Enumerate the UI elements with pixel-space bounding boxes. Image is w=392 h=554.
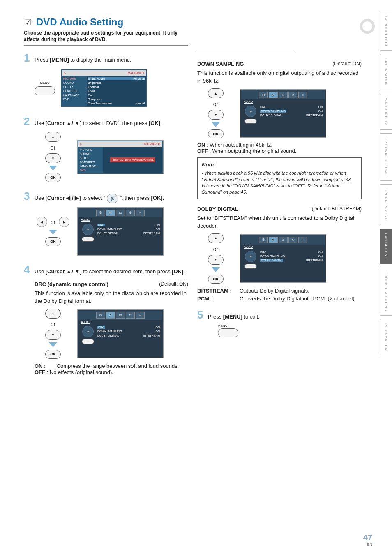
step-5-pre: Press bbox=[208, 314, 223, 320]
tv-screen-dvd-menu: ▷MAGNAVOX PICTURE SOUND SETUP FEATURES L… bbox=[77, 140, 164, 174]
remote-down-button-4: ▼ bbox=[208, 255, 224, 265]
dolby-label-4: DOLBY DIGITAL bbox=[260, 259, 283, 262]
tv1-nav-4: LANGUAGE bbox=[63, 94, 85, 97]
down-off-text: : When outputting the original sound. bbox=[210, 148, 297, 154]
page-number: 47 bbox=[363, 533, 372, 542]
or-label-4: or bbox=[213, 101, 218, 107]
note-title: Note: bbox=[202, 161, 357, 169]
step-3: 3 Use [Cursor ◀ / ▶] to select “ 🔊 ”, th… bbox=[24, 189, 188, 255]
drc-value-2: ON bbox=[156, 326, 160, 329]
step-3-mid: to select “ bbox=[81, 195, 107, 201]
t2-3-icon: 🗂 bbox=[116, 312, 125, 319]
step-4-post: . bbox=[183, 268, 185, 275]
down-value-4: ON bbox=[318, 255, 323, 258]
step-3-post2: . bbox=[163, 195, 164, 201]
tv-screen-picture-menu: ▷MAGNAVOX PICTURE SOUND SETUP FEATURES L… bbox=[61, 69, 147, 107]
drc-value-3: ON bbox=[318, 106, 323, 108]
page-suffix: EN bbox=[363, 542, 372, 547]
audio-title-3: AUDIO bbox=[241, 99, 325, 104]
down-label-4: DOWN SAMPLING bbox=[260, 255, 285, 258]
tv1-row5-k: Sharpness bbox=[88, 98, 101, 101]
tv1-nav-3: FEATURES bbox=[63, 90, 85, 92]
tv-screen-audio-drc-2: ⦿ 🔊 🗂 ⚙ ≡ AUDIO ✥ ENTER/OK bbox=[77, 309, 164, 358]
drc-desc: This function is available only on the d… bbox=[35, 290, 188, 305]
t3-5-icon: ≡ bbox=[298, 92, 307, 98]
enter-ok-label-2: ENTER/OK bbox=[82, 339, 94, 344]
step-1-text-post: to display the main menu. bbox=[69, 57, 131, 63]
remote-ok-button-1: OK bbox=[45, 173, 61, 182]
step-5-post: to exit. bbox=[242, 314, 260, 320]
tab-4-icon: ⚙ bbox=[126, 210, 135, 216]
drc-label-3: DRC bbox=[260, 106, 266, 108]
flow-arrow-down-icon bbox=[49, 166, 57, 171]
drc-on-label: ON : bbox=[35, 363, 55, 369]
step-4-mid: to select the desired item, then press bbox=[82, 268, 172, 275]
tv1-nav-5: DVD bbox=[63, 98, 85, 101]
tab-3-icon: 🗂 bbox=[116, 210, 125, 216]
page-subtitle: Choose the appropriate audio settings fo… bbox=[24, 30, 188, 46]
step-3-bold: [Cursor ◀ / ▶] bbox=[46, 195, 81, 201]
flow-arrow-down-icon-4 bbox=[212, 122, 220, 127]
nav-pad-icon-3: ✥ bbox=[245, 106, 256, 117]
step-1: 1 Press [MENU] to display the main menu.… bbox=[24, 51, 188, 107]
or-label-1: or bbox=[51, 144, 55, 151]
drc-value-1: ON bbox=[156, 224, 160, 226]
remote-ok-button-4: OK bbox=[208, 129, 224, 138]
enter-ok-label-1: ENTER/OK bbox=[82, 237, 94, 242]
step-3-number: 3 bbox=[24, 189, 31, 203]
flow-arrow-down-icon-5 bbox=[212, 267, 220, 272]
remote-down-button-3: ▼ bbox=[208, 110, 224, 120]
up-icon-3: ▲ bbox=[214, 92, 217, 95]
drc-off-label: OFF bbox=[35, 369, 45, 375]
remote-right-button: ▶ bbox=[59, 217, 69, 227]
down-icon-4: ▼ bbox=[214, 258, 217, 261]
t2-4-icon: ⚙ bbox=[126, 312, 135, 319]
tv-brand-2: MAGNAVOX bbox=[144, 143, 161, 145]
drc-value-4: ON bbox=[318, 251, 323, 254]
dolby-desc: Set to “BITSTREAM“ when this unit is con… bbox=[197, 215, 362, 230]
tv1-nav-1: SOUND bbox=[63, 81, 85, 84]
step-4-bold: [Cursor ▲/ ▼] bbox=[46, 268, 82, 275]
dolby-value-1: BITSTREAM bbox=[143, 232, 160, 235]
step-3-pre: Use bbox=[35, 195, 46, 201]
step-5-bold: [MENU] bbox=[223, 314, 242, 320]
drc-heading: DRC (dynamic range control) bbox=[35, 281, 108, 287]
tab-5-icon: ≡ bbox=[136, 210, 145, 216]
column-rule bbox=[195, 51, 295, 51]
tv1-row4-k: Tint bbox=[88, 94, 92, 97]
remote-up-button-4: ▲ bbox=[208, 233, 224, 243]
dolby-label-1: DOLBY DIGITAL bbox=[97, 232, 119, 235]
audio-tab-icon: 🔊 bbox=[107, 194, 118, 203]
step-2-number: 2 bbox=[24, 114, 31, 129]
t3-audio-icon: 🔊 bbox=[269, 92, 278, 98]
remote-menu-label: MENU bbox=[40, 81, 50, 85]
pcm-label: PCM : bbox=[197, 295, 236, 302]
down-icon-2: ▼ bbox=[51, 333, 55, 337]
tv2-nav-2: SETUP bbox=[80, 157, 102, 159]
t4-5-icon: ≡ bbox=[298, 237, 307, 243]
tv2-nav-4: LANGUAGE bbox=[80, 165, 102, 168]
step-2-mid: to select “DVD”, then press bbox=[82, 120, 149, 126]
remote-ok-button-2: OK bbox=[45, 237, 61, 246]
step-4-number: 4 bbox=[24, 262, 31, 277]
pcm-text: Converts the Dolby Digital into PCM. (2 … bbox=[240, 295, 362, 302]
step-1-text-bold: [MENU] bbox=[50, 57, 69, 63]
remote-up-button-3: ▲ bbox=[208, 88, 224, 98]
dolby-heading: DOLBY DIGITAL bbox=[197, 206, 238, 212]
tv1-row3-k: Color bbox=[88, 90, 95, 92]
bitstream-text: Outputs Dolby Digital signals. bbox=[240, 288, 362, 294]
down-label-1: DOWN SAMPLING bbox=[97, 228, 122, 231]
note-text: • When playing back a 96 kHz disc with t… bbox=[202, 170, 357, 196]
tv1-row6-v: Normal bbox=[135, 102, 145, 105]
t3-4-icon: ⚙ bbox=[288, 92, 297, 98]
step-1-number: 1 bbox=[24, 51, 31, 65]
t2-5-icon: ≡ bbox=[136, 312, 145, 319]
down-label-3: DOWN SAMPLING bbox=[260, 110, 286, 113]
down-on-label: ON bbox=[197, 142, 205, 148]
drc-default: (Default: ON) bbox=[159, 281, 188, 287]
dolby-value-4: BITSTREAM bbox=[306, 259, 323, 262]
step-2-bold2: [OK] bbox=[149, 120, 160, 126]
tv-screen-audio-dolby: ⦿ 🔊 🗂 ⚙ ≡ AUDIO ✥ ENTER/OK DRCON bbox=[240, 234, 326, 283]
up-icon: ▲ bbox=[51, 135, 55, 139]
drc-label-1: DRC bbox=[97, 224, 105, 226]
